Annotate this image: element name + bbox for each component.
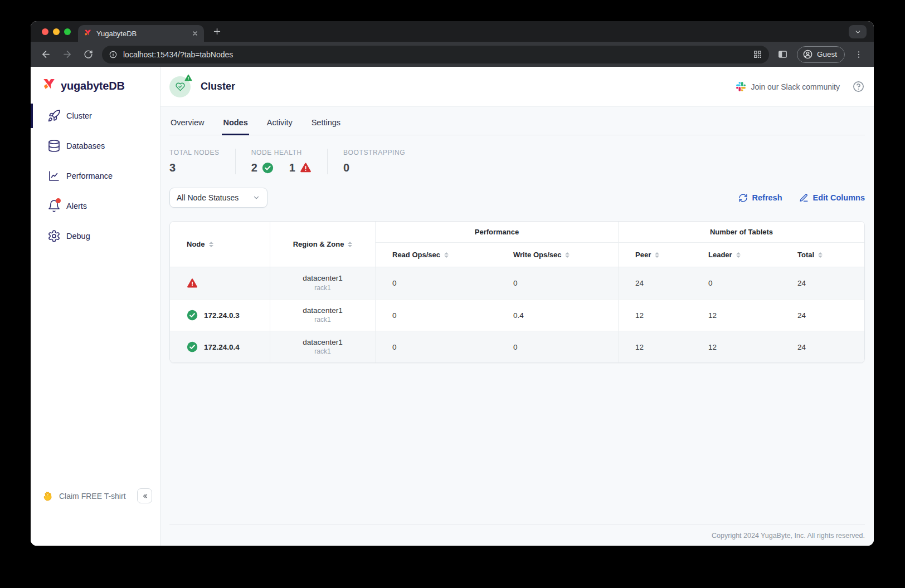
profile-guest-button[interactable]: Guest: [797, 46, 845, 63]
sort-icon[interactable]: [209, 242, 213, 247]
gear-icon: [47, 229, 61, 243]
group-header-performance: Performance: [375, 222, 618, 243]
column-header-write-ops[interactable]: Write Ops/sec: [497, 243, 618, 267]
tab-activity[interactable]: Activity: [266, 114, 294, 135]
region: datacenter1: [303, 306, 342, 316]
sort-icon[interactable]: [565, 252, 570, 258]
sort-icon[interactable]: [655, 252, 659, 258]
total-nodes-value: 3: [169, 161, 176, 174]
sidebar: yugabyteDB Cluster Databases: [31, 67, 160, 546]
browser-toolbar: localhost:15434/?tab=tabNodes Guest: [31, 42, 874, 67]
table-row[interactable]: datacenter1rack1 0 0 24 0 24: [170, 267, 864, 299]
collapse-sidebar-button[interactable]: [137, 488, 152, 503]
warning-badge-icon: [184, 74, 192, 82]
sidebar-item-label: Alerts: [66, 202, 87, 210]
alert-notification-dot: [56, 198, 61, 203]
read-ops-value: 0: [375, 300, 497, 331]
column-header-region-zone[interactable]: Region & Zone: [270, 222, 375, 267]
back-button[interactable]: [38, 47, 53, 62]
bootstrapping-value: 0: [343, 161, 349, 174]
column-header-peer[interactable]: Peer: [618, 243, 692, 267]
sort-icon[interactable]: [444, 252, 449, 258]
url-bar[interactable]: localhost:15434/?tab=tabNodes: [102, 46, 769, 63]
edit-columns-button[interactable]: Edit Columns: [799, 193, 865, 203]
refresh-button[interactable]: Refresh: [738, 193, 782, 203]
total-tablets-value: 24: [781, 300, 864, 331]
main-content: Overview Nodes Activity Settings TOTAL N…: [160, 107, 874, 546]
maximize-window-button[interactable]: [64, 28, 71, 35]
site-info-icon[interactable]: [109, 50, 118, 59]
pencil-icon: [799, 193, 809, 203]
database-icon: [47, 139, 61, 153]
browser-tab[interactable]: YugabyteDB: [78, 25, 204, 42]
stat-node-health: NODE HEALTH 2 1: [251, 149, 312, 174]
healthy-count: 2: [251, 161, 257, 174]
node-healthy-icon: [187, 341, 198, 352]
url-text[interactable]: localhost:15434/?tab=tabNodes: [123, 50, 747, 59]
column-header-leader[interactable]: Leader: [692, 243, 781, 267]
minimize-window-button[interactable]: [53, 28, 60, 35]
sort-icon[interactable]: [348, 242, 352, 247]
sidebar-item-cluster[interactable]: Cluster: [31, 104, 160, 128]
refresh-icon: [738, 193, 748, 203]
help-icon[interactable]: [852, 80, 865, 93]
leader-tablets-value: 12: [692, 300, 781, 331]
tab-overview[interactable]: Overview: [169, 114, 205, 135]
column-header-node[interactable]: Node: [170, 222, 270, 267]
new-tab-button[interactable]: [212, 27, 222, 36]
stat-label: TOTAL NODES: [169, 149, 220, 156]
yugabytedb-logo[interactable]: yugabyteDB: [31, 67, 160, 94]
read-ops-value: 0: [375, 331, 497, 362]
node-name[interactable]: 172.24.0.4: [204, 343, 240, 351]
sidebar-item-debug[interactable]: Debug: [31, 224, 160, 248]
close-window-button[interactable]: [42, 28, 48, 35]
peer-tablets-value: 24: [618, 267, 692, 299]
table-row[interactable]: 172.24.0.4 datacenter1rack1 0 0 12 12 24: [170, 331, 864, 362]
write-ops-value: 0.4: [497, 300, 618, 331]
tab-nodes[interactable]: Nodes: [222, 114, 249, 135]
reload-button[interactable]: [81, 47, 95, 62]
qr-code-icon[interactable]: [753, 50, 762, 59]
node-stats: TOTAL NODES 3 NODE HEALTH 2: [169, 149, 865, 174]
sidebar-item-alerts[interactable]: Alerts: [31, 194, 160, 218]
column-header-read-ops[interactable]: Read Ops/sec: [375, 243, 497, 267]
sidebar-item-databases[interactable]: Databases: [31, 134, 160, 158]
peer-tablets-value: 12: [618, 331, 692, 362]
chevron-down-icon: [252, 194, 260, 202]
sidebar-footer: Claim FREE T-shirt: [31, 488, 160, 546]
sort-icon[interactable]: [736, 252, 741, 258]
chart-line-icon: [47, 169, 61, 183]
tab-settings[interactable]: Settings: [310, 114, 342, 135]
zone: rack1: [314, 347, 330, 356]
column-header-total[interactable]: Total: [781, 243, 864, 267]
tab-search-chevron-button[interactable]: [849, 25, 867, 38]
cluster-health-icon: [169, 76, 191, 97]
total-tablets-value: 24: [781, 267, 864, 299]
page-title: Cluster: [201, 81, 235, 92]
peer-tablets-value: 12: [618, 300, 692, 331]
nodes-table: Node Region & Zone Performance Number of…: [169, 221, 865, 363]
table-row[interactable]: 172.24.0.3 datacenter1rack1 0 0.4 12 12 …: [170, 299, 864, 331]
kebab-menu-icon[interactable]: [852, 47, 866, 62]
close-tab-icon[interactable]: [192, 30, 198, 37]
stat-bootstrapping: BOOTSTRAPPING 0: [343, 149, 405, 174]
forward-button[interactable]: [60, 47, 74, 62]
favicon-yugabytedb-icon: [84, 30, 92, 38]
edit-columns-label: Edit Columns: [813, 193, 865, 202]
leader-tablets-value: 0: [692, 267, 781, 299]
claim-tshirt-link[interactable]: Claim FREE T-shirt: [59, 492, 132, 501]
side-panel-icon[interactable]: [776, 47, 790, 62]
person-icon: [802, 49, 813, 60]
bell-icon: [47, 199, 61, 213]
join-slack-link[interactable]: Join our Slack community: [736, 82, 840, 91]
sidebar-nav: Cluster Databases Performance: [31, 94, 160, 488]
browser-tabstrip: YugabyteDB: [31, 21, 874, 42]
refresh-label: Refresh: [752, 193, 782, 202]
sort-icon[interactable]: [818, 252, 823, 258]
node-status-filter[interactable]: All Node Statuses: [169, 188, 267, 208]
write-ops-value: 0: [497, 331, 618, 362]
region: datacenter1: [303, 337, 342, 347]
node-healthy-icon: [187, 310, 198, 321]
sidebar-item-performance[interactable]: Performance: [31, 164, 160, 188]
node-name[interactable]: 172.24.0.3: [204, 311, 240, 320]
